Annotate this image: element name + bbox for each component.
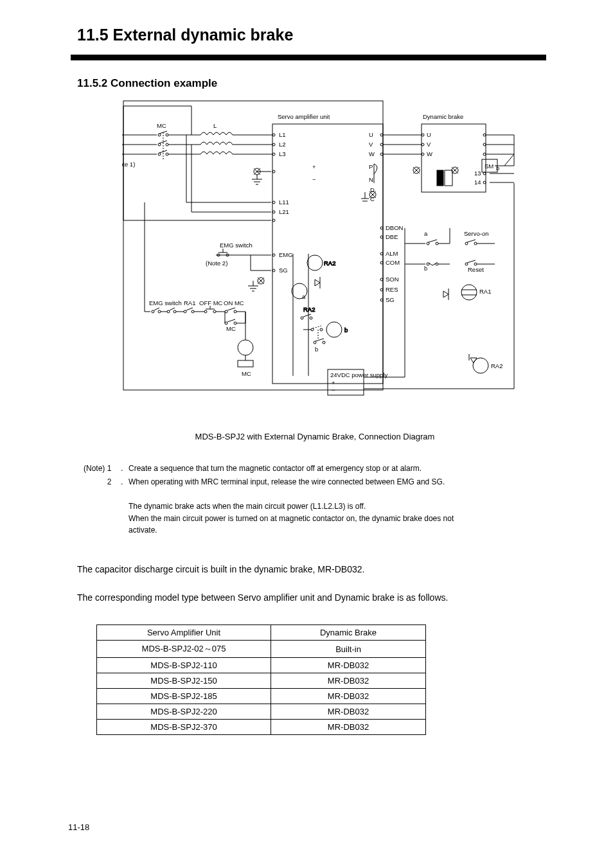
svg-point-137 — [380, 278, 383, 281]
reactor-label: L — [213, 122, 217, 129]
servo-on-label: Servo-on — [464, 230, 489, 237]
svg-point-51 — [167, 310, 170, 313]
svg-text:+: + — [332, 379, 335, 386]
note2-label: (Note 2) — [206, 260, 227, 267]
table-row: MDS-B-SPJ2-220MR-DB032 — [97, 704, 426, 720]
svg-line-71 — [227, 319, 235, 322]
svg-point-22 — [272, 134, 275, 136]
svg-point-103 — [422, 153, 424, 155]
reset-label: Reset — [468, 266, 484, 273]
table-row: MDS-B-SPJ2-02～075Built-in — [97, 641, 426, 658]
amp-son: SON — [386, 276, 399, 283]
svg-point-56 — [191, 310, 194, 313]
svg-point-168 — [301, 317, 303, 319]
db-14: 14 — [474, 179, 481, 186]
emg-pb-label: EMG switch — [220, 242, 253, 249]
svg-point-5 — [158, 134, 161, 136]
svg-point-64 — [225, 310, 227, 313]
svg-point-95 — [380, 143, 383, 146]
svg-point-83 — [272, 254, 275, 256]
svg-point-96 — [380, 153, 383, 155]
svg-point-6 — [166, 134, 168, 136]
page-number: 11-18 — [68, 822, 89, 832]
svg-point-171 — [326, 322, 342, 337]
b-aux-label: b — [315, 346, 318, 353]
svg-point-142 — [436, 242, 438, 245]
amp-u: U — [369, 131, 373, 138]
servo-amp-label: Servo amplifier unit — [278, 113, 330, 120]
compatibility-table: Servo Amplifier Unit Dynamic Brake MDS-B… — [96, 624, 426, 735]
svg-point-55 — [184, 310, 186, 313]
svg-line-179 — [315, 339, 324, 341]
svg-point-157 — [474, 242, 477, 245]
svg-point-94 — [380, 134, 383, 136]
svg-point-160 — [465, 263, 468, 265]
table-row: MDS-B-SPJ2-110MR-DB032 — [97, 658, 426, 673]
amp-dbe: DBE — [386, 233, 398, 240]
svg-line-53 — [170, 308, 175, 310]
onmc-label: ON MC — [224, 299, 244, 306]
svg-point-161 — [474, 263, 477, 265]
b-label: b — [424, 265, 427, 272]
amp-sg2: SG — [386, 296, 395, 303]
svg-line-158 — [467, 240, 475, 242]
term-l11: L11 — [279, 199, 289, 206]
svg-point-173 — [311, 328, 314, 331]
svg-point-75 — [238, 340, 253, 355]
table-header-brake: Dynamic Brake — [271, 625, 426, 641]
svg-point-177 — [314, 341, 316, 344]
term-l1: L1 — [279, 131, 286, 138]
table-row: MDS-B-SPJ2-370MR-DB032 — [97, 720, 426, 735]
svg-point-139 — [380, 299, 383, 301]
svg-rect-104 — [437, 170, 443, 186]
figure-caption: MDS-B-SPJ2 with External Dynamic Brake, … — [77, 430, 553, 443]
svg-line-122 — [504, 154, 514, 166]
dynamic-brake-label: Dynamic brake — [423, 113, 463, 120]
svg-point-118 — [483, 143, 486, 146]
svg-point-44 — [272, 219, 275, 222]
svg-point-113 — [483, 181, 486, 184]
ra1-contact-label: RA1 — [184, 299, 195, 306]
svg-point-7 — [158, 143, 161, 146]
paragraph-2: The corresponding model type between Ser… — [77, 591, 553, 605]
amp-com: COM — [386, 259, 400, 266]
svg-point-10 — [166, 153, 168, 155]
svg-point-135 — [380, 252, 383, 255]
svg-point-178 — [323, 341, 325, 344]
amp-alm: ALM — [386, 250, 398, 257]
amp-w: W — [369, 150, 375, 157]
svg-point-134 — [380, 236, 383, 238]
amp-p: P — [369, 163, 373, 170]
svg-point-141 — [427, 242, 429, 245]
ra2-a: RA2 — [303, 306, 315, 313]
svg-point-65 — [234, 310, 236, 313]
paragraph-1: The capacitor discharge circuit is built… — [77, 563, 553, 577]
term-emg: EMG — [279, 251, 293, 258]
svg-point-138 — [380, 288, 383, 291]
section-heading: 11.5.2 Connection example — [77, 77, 217, 90]
svg-point-136 — [380, 261, 383, 264]
mc-label: MC — [157, 122, 166, 129]
svg-point-133 — [380, 227, 383, 229]
svg-line-49 — [154, 308, 159, 310]
svg-point-48 — [158, 310, 161, 313]
b-coil-label: b — [344, 326, 348, 333]
svg-point-52 — [173, 310, 176, 313]
db-u: U — [427, 131, 431, 138]
svg-line-175 — [313, 326, 321, 328]
db-13: 13 — [474, 170, 481, 177]
svg-text:−: − — [312, 176, 316, 183]
svg-point-47 — [152, 310, 154, 313]
wiring-diagram: NFB MC L Servo amplifier unit — [122, 100, 533, 421]
svg-point-60 — [213, 310, 216, 313]
term-l2: L2 — [279, 141, 286, 148]
svg-line-170 — [303, 314, 311, 317]
page-title: 11.5 External dynamic brake — [77, 26, 293, 44]
svg-rect-77 — [238, 360, 253, 367]
svg-point-101 — [422, 134, 424, 136]
term-sg: SG — [279, 267, 288, 274]
svg-line-143 — [429, 240, 437, 242]
svg-point-24 — [272, 153, 275, 155]
svg-point-180 — [292, 283, 307, 299]
b-db-label: b — [496, 164, 499, 172]
